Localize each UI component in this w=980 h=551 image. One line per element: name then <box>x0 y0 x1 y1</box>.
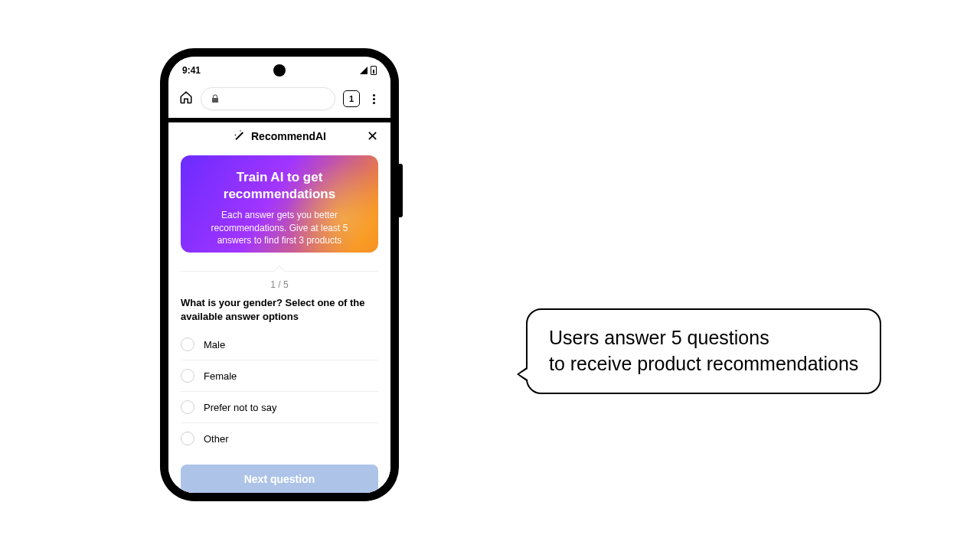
wand-icon <box>233 129 245 144</box>
signal-icon <box>360 67 368 74</box>
radio-icon <box>181 432 194 445</box>
home-icon[interactable] <box>179 90 193 107</box>
question-text: What is your gender? Select one of the a… <box>168 296 390 329</box>
option-label: Male <box>204 339 225 350</box>
callout-line-1: Users answer 5 questions <box>549 325 858 351</box>
lock-icon <box>211 94 220 103</box>
callout-line-2: to receive product recommendations <box>549 351 858 377</box>
callout-tail <box>517 367 528 382</box>
option-female[interactable]: Female <box>181 360 378 392</box>
overflow-menu-icon[interactable] <box>368 94 380 104</box>
app-content: RecommendAI ✕ Train AI to get recommenda… <box>168 122 390 493</box>
battery-icon <box>371 66 377 75</box>
browser-toolbar: 1 <box>168 84 390 118</box>
hero-title: Train AI to get recommendations <box>193 169 366 203</box>
radio-icon <box>181 400 194 414</box>
annotation-callout: Users answer 5 questions to receive prod… <box>526 308 881 394</box>
camera-cutout <box>273 64 286 77</box>
hero-body: Each answer gets you better recommendati… <box>193 209 366 247</box>
app-header: RecommendAI ✕ <box>168 122 390 151</box>
option-male[interactable]: Male <box>181 329 378 360</box>
option-label: Prefer not to say <box>204 402 276 413</box>
hero-card: Train AI to get recommendations Each ans… <box>181 155 378 253</box>
option-other[interactable]: Other <box>181 423 378 454</box>
close-icon[interactable]: ✕ <box>367 129 378 143</box>
radio-icon <box>181 337 194 351</box>
options-list: Male Female Prefer not to say Other <box>168 329 390 454</box>
phone-frame: 9:41 1 RecommendAI ✕ <box>161 49 398 500</box>
progress-notch <box>274 266 285 276</box>
progress-counter: 1 / 5 <box>168 279 390 290</box>
tab-count[interactable]: 1 <box>343 90 360 107</box>
option-label: Other <box>204 433 229 445</box>
option-label: Female <box>204 370 237 382</box>
radio-icon <box>181 369 194 383</box>
next-question-button[interactable]: Next question <box>181 465 378 493</box>
phone-side-button <box>398 164 403 217</box>
status-time: 9:41 <box>182 65 201 76</box>
url-bar[interactable] <box>201 87 335 110</box>
phone-screen: 9:41 1 RecommendAI ✕ <box>168 57 390 493</box>
option-prefer-not-to-say[interactable]: Prefer not to say <box>181 392 378 423</box>
app-title: RecommendAI <box>251 130 326 142</box>
status-icons <box>360 66 377 75</box>
progress-divider <box>181 271 378 272</box>
